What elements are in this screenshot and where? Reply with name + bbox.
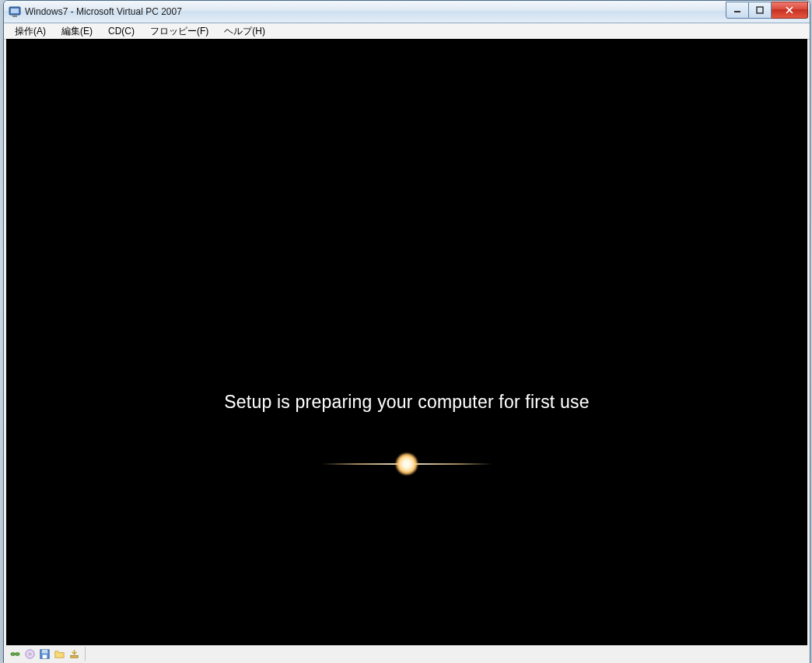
menu-floppy[interactable]: フロッピー(F) xyxy=(142,23,216,40)
status-separator xyxy=(85,647,86,661)
close-button[interactable] xyxy=(772,2,808,19)
progress-animation xyxy=(321,448,492,480)
install-icon[interactable] xyxy=(68,648,80,660)
app-icon xyxy=(9,5,21,18)
svg-rect-10 xyxy=(42,649,48,653)
svg-rect-12 xyxy=(71,655,78,658)
folder-icon[interactable] xyxy=(54,648,65,660)
light-orb-icon xyxy=(396,453,418,475)
svg-point-5 xyxy=(11,652,16,655)
svg-rect-2 xyxy=(12,16,17,17)
status-bar xyxy=(6,645,807,661)
disc-icon[interactable] xyxy=(24,648,36,660)
svg-rect-3 xyxy=(734,11,740,12)
menu-help[interactable]: ヘルプ(H) xyxy=(216,23,273,40)
svg-rect-1 xyxy=(11,9,19,13)
window-title: Windows7 - Microsoft Virtual PC 2007 xyxy=(25,6,726,17)
menu-action[interactable]: 操作(A) xyxy=(7,23,54,40)
svg-rect-4 xyxy=(757,7,763,13)
title-bar[interactable]: Windows7 - Microsoft Virtual PC 2007 xyxy=(4,1,810,23)
maximize-icon xyxy=(756,6,764,14)
minimize-button[interactable] xyxy=(726,2,749,19)
menu-bar: 操作(A) 編集(E) CD(C) フロッピー(F) ヘルプ(H) xyxy=(4,23,810,40)
network-icon[interactable] xyxy=(9,648,21,660)
virtual-machine-display: Setup is preparing your computer for fir… xyxy=(6,39,807,646)
close-icon xyxy=(785,6,794,14)
minimize-icon xyxy=(733,6,741,14)
window-controls xyxy=(726,2,808,17)
svg-point-6 xyxy=(16,652,20,655)
maximize-button[interactable] xyxy=(749,2,772,19)
menu-cd[interactable]: CD(C) xyxy=(100,24,142,38)
svg-rect-11 xyxy=(43,654,47,658)
virtual-pc-window: Windows7 - Microsoft Virtual PC 2007 操作(… xyxy=(3,0,810,663)
menu-edit[interactable]: 編集(E) xyxy=(54,23,100,40)
svg-point-8 xyxy=(29,653,31,655)
setup-message: Setup is preparing your computer for fir… xyxy=(224,392,589,413)
floppy-save-icon[interactable] xyxy=(39,648,51,660)
